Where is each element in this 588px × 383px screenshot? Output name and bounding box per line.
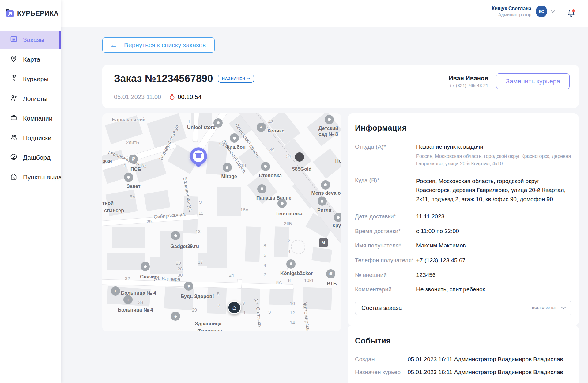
map-poi-hospital-icon: + [111,286,120,296]
sidebar-item-label: Дашборд [23,154,51,161]
map-place-label: Завет [127,184,141,189]
map-poi-hospital-icon: + [123,295,133,304]
map-building [217,187,241,216]
info-label: Откуда (А)* [355,143,416,167]
top-header: Кищук Светлана Администратор КС [61,0,588,27]
map[interactable]: БарнаульскийUnfeel storeХеликсДетский са… [102,113,341,331]
parcel-icon [196,154,201,158]
sidebar-item-dashboard[interactable]: Дашборд [0,148,61,167]
courier-location-marker[interactable] [190,147,207,165]
info-value: Максим Максимов [416,242,466,250]
info-row-external-number: № внешний 123456 [355,271,571,279]
map-house-number: 20 [176,260,181,266]
map-place-label: Ригла [317,208,331,213]
map-poi-electronics-icon [171,231,180,240]
map-poi-bank-icon: ₽ [129,155,138,164]
sidebar-item-pickup-points[interactable]: Пункты выдач [0,168,61,186]
back-arrow-icon: ← [110,41,117,49]
map-poi-bakery-icon [286,259,296,269]
info-label: Дата доставки* [355,213,416,220]
event-row-courier-assigned: Назначен курьер 05.01.2023 16:11 Админис… [355,369,571,376]
dashboard-gauge-icon [10,153,17,162]
person-gear-icon [10,94,17,103]
info-row-from: Откуда (А)* Название пункта выдачи Росси… [355,143,571,167]
map-house-number: 10к1 [304,278,314,283]
map-pin-icon [10,55,17,64]
destination-address: Россия, Московская область, городской ок… [416,177,571,204]
map-place-label: тной [102,201,114,206]
map-place-label: Mirage [221,174,237,179]
map-house-number: 29 [146,219,152,224]
sidebar-item-subscriptions[interactable]: Подписки [0,129,61,147]
map-poi-cafe-icon [334,213,341,222]
sidebar-menu: Заказы Карта Курьеры Логисты Компании По… [0,31,61,186]
map-poi-clothing-store-icon [321,180,330,190]
map-house-number: 38 [138,300,143,305]
map-building [150,257,183,275]
map-house-number: 1 [188,119,190,124]
map-house-number: 4 [264,262,266,268]
map-building [312,247,333,263]
map-house-number: 8А [276,280,282,285]
order-composition-toggle[interactable]: Состав заказа ВСЕГО 20 ШТ [355,301,571,315]
pickup-point-name: Название пункта выдачи [416,143,571,151]
map-poi-restaurant-icon [257,184,266,193]
sidebar-item-orders[interactable]: Заказы [0,31,61,49]
back-to-orders-button[interactable]: ← Вернуться к списку заказов [102,37,215,53]
replace-courier-button[interactable]: Заменить курьера [496,73,570,89]
map-place-label: 585Gold [292,167,311,172]
map-street-label: ул. Вагнера [153,275,180,282]
map-poi-bar-icon [223,163,232,172]
map-place-label: Хеликс [267,128,284,134]
info-value: +7 (123) 123 45 67 [416,257,466,264]
pickup-point-address: Россия, Московская область, городской ок… [416,153,571,167]
map-street-label: ул. Салтыко [254,299,262,327]
map-house-number: 6 [264,252,266,258]
map-roundabout [291,240,305,254]
info-label: Имя получателя* [355,242,416,250]
info-label: Комментарий [355,286,416,293]
chevron-down-icon [561,305,566,309]
map-poi-shop-icon [141,262,150,271]
map-place-label: жки [103,158,112,164]
info-value: Не звонить, спит ребенок [416,286,485,293]
sidebar-item-companies[interactable]: Компании [0,109,61,128]
map-house-number: 14 [290,320,295,325]
sidebar-item-map[interactable]: Карта [0,50,61,69]
event-row-created: Создан 05.01.2023 16:11 Администратор Вл… [355,356,571,363]
map-house-number: 3 [242,301,245,306]
map-place-label: Königsbäcker [280,271,313,276]
sidebar-item-logists[interactable]: Логисты [0,90,61,108]
map-house-number: 49 [270,147,275,152]
order-status-dropdown[interactable]: НАЗНАЧЕН [218,75,254,83]
map-house-number: 8 [288,278,291,283]
map-place-label: Здравница [195,321,222,327]
sidebar-item-label: Подписки [23,134,51,142]
map-house-number: 1 [243,310,246,315]
bell-icon [566,8,576,18]
notifications-bell[interactable] [566,8,576,18]
orders-list-icon [10,35,17,44]
info-row-recipient-phone: Телефон получателя* +7 (123) 123 45 67 [355,257,571,264]
map-house-number: 2литБ [126,140,139,145]
map-place-label: Фишбон [225,144,246,150]
map-place-label: Unfeel store [187,125,215,130]
avatar[interactable]: КС [536,6,547,17]
composition-label: Состав заказа [361,304,402,312]
events-title: События [355,336,571,346]
map-place-label: Фёдорова [197,328,222,331]
map-place-label: Столовка [259,173,282,178]
destination-marker[interactable]: ⌂ [228,301,241,314]
sidebar-item-couriers[interactable]: Курьеры [0,70,61,88]
event-label: Создан [355,356,408,363]
map-place-label: ВТБ [327,281,337,287]
map-place-label: По [335,158,341,164]
map-canvas: БарнаульскийUnfeel storeХеликсДетский са… [102,113,341,331]
info-title: Информация [355,123,571,133]
logo-icon [5,8,15,19]
info-row-to: Куда (B)* Россия, Московская область, го… [355,177,571,204]
map-place-label: Больница № 4 [118,307,153,313]
map-house-number: 32 [125,276,130,281]
user-menu[interactable]: Кищук Светлана Администратор КС [492,6,554,17]
people-group-icon [10,133,17,143]
